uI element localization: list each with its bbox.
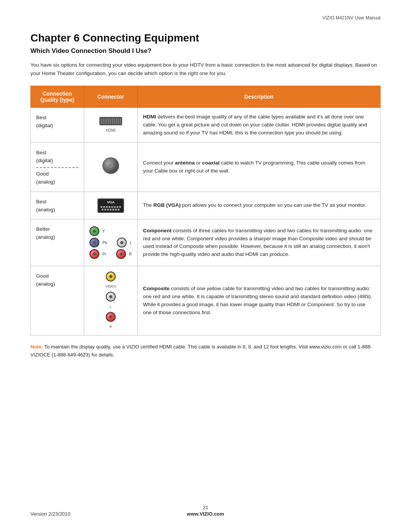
- page: VIZIO M421NV User Manual Chapter 6 Conne…: [0, 0, 411, 532]
- table-header-row: Connection Quality (type) Connector Desc…: [31, 86, 381, 108]
- chapter-title: Chapter 6 Connecting Equipment: [30, 32, 381, 44]
- table-row-coaxial: Best(digital) Good(analog) Connect your …: [31, 142, 381, 192]
- description-coaxial: Connect your antenna or coaxial cable to…: [137, 142, 380, 192]
- quality-vga: Best(analog): [31, 192, 84, 219]
- note-content: To maintain the display quality, use a V…: [30, 344, 372, 358]
- quality-coaxial: Best(digital) Good(analog): [31, 142, 84, 192]
- note-paragraph: Note: To maintain the display quality, u…: [30, 343, 381, 359]
- component-y-plug: [89, 226, 99, 236]
- footer-center: 21 www.VIZIO.com: [187, 505, 224, 517]
- description-component: Component consists of three cables for t…: [137, 219, 380, 266]
- connector-composite: VIDEO L R: [84, 266, 138, 335]
- quality-divider: [36, 167, 78, 168]
- hdmi-plug-graphic: [99, 117, 122, 125]
- connection-table: Connection Quality (type) Connector Desc…: [30, 86, 381, 335]
- quality-hdmi: Best(digital): [31, 108, 84, 143]
- quality-component: Better(analog): [31, 219, 84, 266]
- note-label: Note:: [30, 344, 43, 350]
- composite-plugs-graphic: VIDEO L R: [89, 272, 132, 330]
- page-footer: Version 2/23/2010 21 www.VIZIO.com: [30, 511, 381, 517]
- section-title: Which Video Connection Should I Use?: [30, 47, 381, 55]
- component-r-plug: [116, 249, 126, 259]
- table-row-hdmi: Best(digital) HDMI HDMI delivers the bes…: [31, 108, 381, 143]
- page-header: VIZIO M421NV User Manual: [30, 15, 381, 21]
- footer-version: Version 2/23/2010: [30, 511, 70, 517]
- component-plugs-graphic: Y Pb L Pr: [89, 225, 132, 260]
- table-row-composite: Good(analog) VIDEO L: [31, 266, 381, 335]
- header-description: Description: [137, 86, 380, 108]
- description-composite: Composite consists of one yellow cable f…: [137, 266, 380, 335]
- table-row-component: Better(analog) Y Pb L: [31, 219, 381, 266]
- composite-l-plug: [106, 292, 116, 302]
- connector-coaxial: [84, 142, 138, 192]
- component-l-plug: [117, 238, 127, 248]
- manual-title: VIZIO M421NV User Manual: [322, 15, 381, 21]
- vga-plug-graphic: [97, 198, 124, 213]
- footer-website: www.VIZIO.com: [187, 511, 224, 517]
- intro-paragraph: You have six options for connecting your…: [30, 61, 381, 77]
- composite-video-plug: [106, 272, 116, 281]
- page-number: 21: [187, 505, 224, 510]
- connector-component: Y Pb L Pr: [84, 219, 138, 266]
- composite-r-plug: [106, 312, 116, 322]
- connector-vga: [84, 192, 138, 219]
- component-pr-plug: [89, 249, 99, 259]
- table-row-vga: Best(analog): [31, 192, 381, 219]
- quality-composite: Good(analog): [31, 266, 84, 335]
- header-connector: Connector: [84, 86, 138, 108]
- description-hdmi: HDMI delivers the best image quality of …: [137, 108, 380, 143]
- coaxial-plug-graphic: [102, 157, 119, 174]
- description-vga: The RGB (VGA) port allows you to connect…: [137, 192, 380, 219]
- component-pb-plug: [89, 238, 99, 248]
- header-quality: Connection Quality (type): [31, 86, 84, 108]
- connector-hdmi: HDMI: [84, 108, 138, 143]
- hdmi-icon: HDMI: [89, 117, 132, 134]
